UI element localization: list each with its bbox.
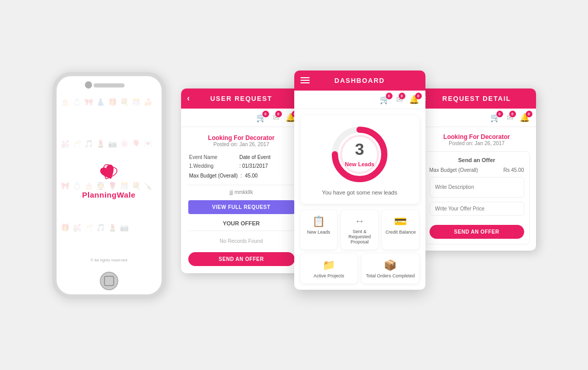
dashboard-grid-bottom: 📁 Active Projects 📦 Total Orders Complet…: [300, 254, 419, 284]
dashboard-notif-2[interactable]: ✉ 0: [396, 95, 403, 104]
description-input[interactable]: [430, 177, 524, 198]
dashboard-content: 3 New Leads You have got some new leads …: [294, 109, 425, 290]
leads-label: New Leads: [307, 230, 330, 235]
request-detail-header: ‹ REQUEST DETAIL: [418, 89, 536, 109]
leads-icon: 📋: [312, 215, 325, 227]
divider-1: [188, 185, 295, 185]
phone-mockup: 🎂💍🎀👗🎁 💐🎊🍰💒🥂 🎵💄📷🌸🎈 💌🎀💍🎂👰 🌹🎊💐🍾🎁 💒🥂🎵💄📷: [52, 72, 166, 298]
view-full-request-button[interactable]: VIEW FULL REQUEST: [188, 200, 295, 214]
orders-icon: 📦: [384, 259, 397, 271]
donut-section: 3 New Leads You have got some new leads: [300, 115, 419, 204]
phone-camera: [85, 81, 92, 89]
notif-item-2[interactable]: ✉ 0: [273, 113, 279, 122]
event-name-value: 1.Wedding: [189, 162, 239, 170]
user-request-screen: ‹ USER REQUEST 🛒 0 ✉ 0 🔔 0 Looking For D: [181, 89, 302, 273]
app-name: PlanningWale: [82, 190, 136, 199]
date-of-event-label: Date of Event: [239, 153, 293, 161]
user-tags: jjj mmkkllk: [188, 189, 295, 195]
dashboard-badge-2: 0: [399, 93, 405, 99]
detail-request-title: Looking For Decorator: [424, 133, 530, 140]
detail-notif-1[interactable]: 🛒 0: [490, 113, 501, 122]
user-request-header: ‹ USER REQUEST: [181, 89, 302, 109]
grid-item-proposals[interactable]: ↔ Sent & Requested Proposal: [341, 210, 378, 250]
donut-label: New Leads: [345, 161, 374, 167]
menu-line-1: [300, 77, 310, 78]
notif-item-1[interactable]: 🛒 0: [256, 113, 266, 122]
event-name-label: Event Name: [189, 153, 239, 161]
app-name-rest: lanningWale: [87, 190, 135, 199]
divider-2: [188, 231, 295, 231]
dashboard-badge-3: 0: [415, 93, 422, 99]
notif-bar-user-request: 🛒 0 ✉ 0 🔔 0: [181, 109, 302, 127]
request-title: Looking For Decorator: [188, 134, 295, 142]
dashboard-title: DASHBOARD: [334, 77, 385, 84]
menu-line-2: [300, 80, 310, 81]
back-button[interactable]: ‹: [187, 94, 191, 103]
event-date-value: 01/31/2017: [242, 163, 268, 169]
detail-posted-date: Posted on: Jan 26, 2017: [424, 140, 530, 146]
grid-item-orders[interactable]: 📦 Total Orders Completed: [362, 254, 419, 284]
send-offer-section-title: Send an Offer: [430, 157, 524, 163]
request-detail-title: REQUEST DETAIL: [442, 95, 511, 102]
budget-label: Max Budget (Overall): [189, 173, 238, 179]
request-details-table: Event Name Date of Event 1.Wedding : 01/…: [188, 152, 295, 181]
phone-copyright: © All rights reserved: [91, 258, 128, 262]
donut-chart-wrapper: 3 New Leads: [329, 124, 390, 185]
user-request-title: USER REQUEST: [210, 95, 273, 102]
phone-home-button[interactable]: [100, 272, 118, 290]
grid-item-credit[interactable]: 💳 Credit Balance: [382, 210, 419, 250]
screens-container: ‹ USER REQUEST 🛒 0 ✉ 0 🔔 0 Looking For D: [181, 81, 536, 290]
detail-badge-2: 0: [509, 111, 516, 117]
orders-label: Total Orders Completed: [366, 273, 415, 278]
send-offer-section: Send an Offer Max Budget (Overall) Rs 45…: [424, 151, 530, 244]
app-name-letter: P: [82, 190, 88, 199]
donut-subtitle: You have got some new leads: [322, 189, 397, 196]
scene: 🎂💍🎀👗🎁 💐🎊🍰💒🥂 🎵💄📷🌸🎈 💌🎀💍🎂👰 🌹🎊💐🍾🎁 💒🥂🎵💄📷: [42, 62, 546, 309]
grid-item-active-projects[interactable]: 📁 Active Projects: [300, 254, 358, 284]
detail-badge-3: 0: [526, 111, 532, 117]
projects-label: Active Projects: [313, 273, 344, 278]
budget-detail-row: Max Budget (Overall) Rs 45.00: [430, 167, 524, 173]
credit-label: Credit Balance: [385, 230, 416, 235]
notif-bar-detail: 🛒 0 ✉ 0 🔔 0: [418, 109, 536, 127]
dashboard-grid-top: 📋 New Leads ↔ Sent & Requested Proposal …: [300, 210, 419, 250]
dashboard-notif-3[interactable]: 🔔 0: [409, 95, 419, 104]
your-offer-label: YOUR OFFER: [188, 220, 295, 226]
offer-price-input[interactable]: [430, 202, 524, 216]
user-request-content: Looking For Decorator Posted on: Jan 26,…: [181, 127, 302, 273]
send-offer-button[interactable]: SEND AN OFFER: [188, 252, 295, 266]
phone-logo-area: PlanningWale: [82, 161, 136, 199]
notif-badge-2: 0: [275, 111, 282, 117]
dashboard-screen: DASHBOARD 🛒 0 ✉ 0 🔔 0: [294, 71, 425, 290]
dashboard-notif-1[interactable]: 🛒 0: [380, 95, 390, 104]
grid-item-new-leads[interactable]: 📋 New Leads: [300, 210, 337, 250]
dashboard-badge-1: 0: [386, 93, 393, 99]
app-logo-icon: [93, 161, 124, 186]
proposals-label: Sent & Requested Proposal: [344, 229, 375, 244]
request-posted-date: Posted on: Jan 26, 2017: [188, 142, 295, 147]
projects-icon: 📁: [323, 259, 335, 271]
phone-screen: 🎂💍🎀👗🎁 💐🎊🍰💒🥂 🎵💄📷🌸🎈 💌🎀💍🎂👰 🌹🎊💐🍾🎁 💒🥂🎵💄📷: [57, 94, 162, 267]
no-records-text: No Records Found: [188, 235, 295, 247]
notif-badge-1: 0: [262, 111, 269, 117]
donut-center: 3 New Leads: [345, 140, 374, 168]
budget-value: 45.00: [245, 173, 258, 179]
detail-send-offer-button[interactable]: SEND AN OFFER: [430, 225, 524, 239]
menu-line-3: [300, 82, 310, 83]
notif-bar-dashboard: 🛒 0 ✉ 0 🔔 0: [294, 91, 425, 109]
detail-badge-1: 0: [496, 111, 503, 117]
request-detail-content: Looking For Decorator Posted on: Jan 26,…: [418, 127, 536, 251]
request-detail-screen: ‹ REQUEST DETAIL 🛒 0 ✉ 0 🔔 0 Looking For: [418, 89, 536, 251]
proposals-icon: ↔: [354, 215, 365, 227]
detail-notif-3[interactable]: 🔔 0: [520, 113, 530, 122]
donut-number: 3: [345, 140, 374, 159]
menu-icon[interactable]: [300, 77, 310, 83]
credit-icon: 💳: [394, 215, 407, 227]
detail-budget-value: Rs 45.00: [503, 167, 524, 173]
detail-notif-2[interactable]: ✉ 0: [507, 113, 513, 122]
dashboard-header: DASHBOARD: [294, 71, 425, 91]
detail-budget-label: Max Budget (Overall): [430, 167, 478, 173]
phone-speaker: [94, 83, 124, 87]
